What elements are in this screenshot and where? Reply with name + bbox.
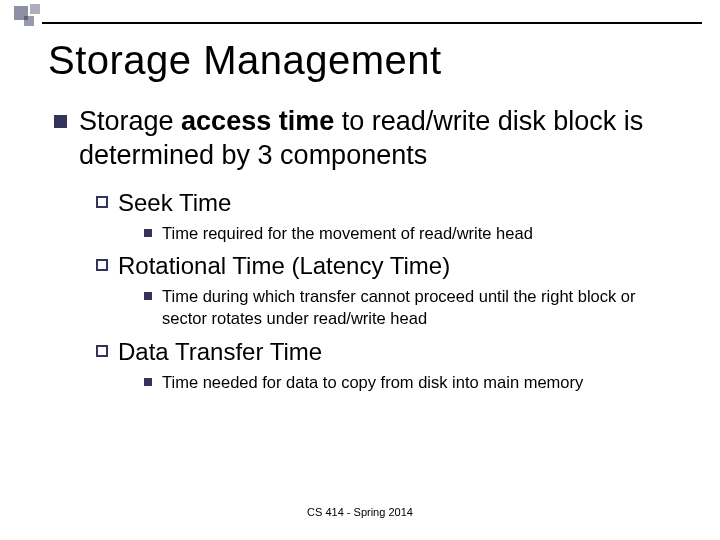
sub-bullet-seek: Seek Time: [96, 187, 672, 218]
detail-text: Time during which transfer cannot procee…: [162, 285, 672, 330]
sub-bullet-label: Data Transfer Time: [118, 336, 322, 367]
small-square-bullet-icon: [144, 229, 152, 237]
deco-square-icon: [30, 4, 40, 14]
deco-square-icon: [24, 16, 34, 26]
hollow-square-bullet-icon: [96, 345, 108, 357]
detail-bullet: Time needed for data to copy from disk i…: [144, 371, 672, 393]
main-bullet: Storage access time to read/write disk b…: [54, 105, 672, 173]
hollow-square-bullet-icon: [96, 196, 108, 208]
sub-bullet-transfer: Data Transfer Time: [96, 336, 672, 367]
square-bullet-icon: [54, 115, 67, 128]
sub-bullet-label: Seek Time: [118, 187, 231, 218]
sub-bullet-rotational: Rotational Time (Latency Time): [96, 250, 672, 281]
deco-line: [42, 22, 702, 24]
detail-bullet: Time required for the movement of read/w…: [144, 222, 672, 244]
detail-text: Time needed for data to copy from disk i…: [162, 371, 583, 393]
detail-bullet: Time during which transfer cannot procee…: [144, 285, 672, 330]
sub-bullet-label: Rotational Time (Latency Time): [118, 250, 450, 281]
small-square-bullet-icon: [144, 292, 152, 300]
text-bold: access time: [181, 106, 334, 136]
detail-text: Time required for the movement of read/w…: [162, 222, 533, 244]
main-bullet-text: Storage access time to read/write disk b…: [79, 105, 672, 173]
slide-title: Storage Management: [48, 38, 672, 83]
slide-body: Storage Management Storage access time t…: [0, 0, 720, 393]
hollow-square-bullet-icon: [96, 259, 108, 271]
header-decoration: [0, 4, 720, 30]
small-square-bullet-icon: [144, 378, 152, 386]
slide-footer: CS 414 - Spring 2014: [0, 506, 720, 518]
text-prefix: Storage: [79, 106, 181, 136]
